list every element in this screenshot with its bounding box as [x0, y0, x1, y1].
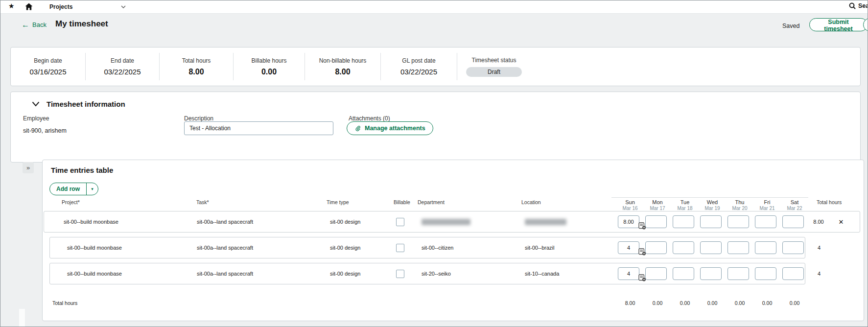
submit-timesheet-button[interactable]: Submit timesheet — [809, 18, 868, 31]
section-title-timesheet-information: Timesheet information — [47, 100, 125, 108]
day-hours-cells — [613, 215, 805, 228]
status-badge: Draft — [466, 67, 522, 77]
summary-field-value: 0.00 — [261, 68, 277, 76]
summary-field-label: Total hours — [182, 57, 211, 64]
hour-input-wed[interactable] — [700, 241, 722, 254]
department-cell: sit-00--citizen — [406, 245, 509, 251]
summary-field[interactable]: Billable hours0.00 — [234, 53, 305, 80]
billable-cell — [384, 270, 406, 278]
day-name: Fri — [764, 199, 771, 206]
column-header-department: Department — [405, 197, 508, 205]
paperclip-icon — [354, 125, 361, 132]
day-name: Mon — [652, 199, 662, 206]
manage-attachments-button[interactable]: Manage attachments — [347, 121, 433, 135]
summary-field[interactable]: Total hours8.00 — [160, 53, 234, 80]
day-total-value: 0.00 — [753, 300, 781, 306]
day-column-header: FriMar 21 — [753, 198, 781, 211]
day-column-headers: SunMar 16MonMar 17TueMar 18WedMar 19ThuM… — [611, 197, 808, 211]
column-header-time-type: Time type — [309, 197, 383, 205]
totals-row: Total hours 8.000.000.000.000.000.000.00 — [43, 300, 808, 306]
table-row: sit-00--build moonbasesit-00a--land spac… — [49, 263, 860, 284]
hour-input-thu[interactable] — [727, 241, 749, 254]
hour-input-sun[interactable] — [618, 267, 639, 280]
home-icon[interactable] — [25, 3, 33, 12]
table-row: sit-00--build moonbasesit-00a--land spac… — [44, 211, 860, 233]
task-cell: sit-00a--land spacecraft — [171, 219, 311, 225]
add-row-dropdown-caret[interactable]: ▾ — [86, 183, 98, 195]
day-name: Wed — [707, 199, 718, 206]
day-column-header: SunMar 16 — [616, 198, 644, 211]
add-note-icon[interactable] — [638, 274, 646, 281]
back-button[interactable]: ← Back — [22, 21, 47, 28]
delete-row-icon[interactable]: ✕ — [832, 218, 850, 226]
expand-panel-button[interactable]: » — [23, 162, 34, 173]
task-cell: sit-00a--land spacecraft — [171, 271, 311, 277]
day-column-header: WedMar 19 — [699, 198, 726, 211]
hour-input-tue[interactable] — [673, 241, 694, 254]
summary-field-label: Billable hours — [251, 57, 286, 64]
summary-field-value: 03/22/2025 — [104, 68, 141, 76]
hour-input-wed[interactable] — [700, 267, 722, 280]
add-row-button[interactable]: Add row ▾ — [49, 183, 98, 195]
employee-label: Employee — [23, 115, 49, 122]
hour-input-mon[interactable] — [645, 267, 667, 280]
summary-field[interactable]: End date03/22/2025 — [86, 53, 160, 80]
day-column-header: TueMar 18 — [671, 198, 699, 211]
summary-field[interactable]: Timesheet statusDraft — [457, 53, 531, 80]
table-header: Project* Task* Time type Billable Depart… — [43, 197, 843, 211]
day-name: Sun — [625, 199, 635, 206]
hour-input-sun[interactable] — [618, 215, 639, 228]
hour-input-sat[interactable] — [782, 215, 804, 228]
save-status-text: Saved — [782, 23, 799, 29]
hour-input-sun[interactable] — [618, 241, 639, 254]
billable-checkbox[interactable] — [396, 218, 404, 226]
favorites-star-icon[interactable]: ★ — [8, 2, 15, 10]
manage-attachments-label: Manage attachments — [365, 125, 425, 132]
projects-nav-dropdown[interactable]: Projects — [49, 0, 130, 13]
billable-checkbox[interactable] — [396, 244, 404, 252]
hour-input-fri[interactable] — [755, 267, 776, 280]
time-entry-row-box: sit-00--build moonbasesit-00a--land spac… — [49, 237, 805, 258]
hour-input-tue[interactable] — [673, 267, 694, 280]
day-total-value: 0.00 — [671, 300, 699, 306]
hour-input-mon[interactable] — [645, 241, 667, 254]
collapse-chevron-icon[interactable] — [32, 101, 40, 107]
hour-input-fri[interactable] — [755, 241, 776, 254]
page-title: My timesheet — [55, 19, 108, 29]
summary-field-label: End date — [111, 57, 134, 64]
summary-field[interactable]: Non-billable hours8.00 — [305, 53, 381, 80]
column-header-task: Task* — [170, 197, 309, 205]
column-header-location: Location — [508, 197, 611, 205]
app-window: ★ Projects Search ← Back My timesheet Sa… — [0, 0, 868, 327]
totals-label: Total hours — [43, 300, 611, 306]
hour-input-sat[interactable] — [782, 267, 804, 280]
hour-input-mon[interactable] — [645, 215, 667, 228]
hour-input-thu[interactable] — [727, 267, 749, 280]
add-note-icon[interactable] — [638, 248, 646, 256]
row-total-hours: 4 — [805, 245, 833, 251]
entry-rows: sit-00--build moonbasesit-00a--land spac… — [43, 211, 860, 289]
summary-field[interactable]: GL post date03/22/2025 — [381, 53, 457, 80]
project-cell: sit-00--build moonbase — [50, 271, 171, 277]
hour-input-sat[interactable] — [782, 241, 804, 254]
day-total-value: 0.00 — [644, 300, 671, 306]
hour-input-thu[interactable] — [727, 215, 749, 228]
day-name: Tue — [680, 199, 690, 206]
billable-cell — [384, 218, 406, 226]
location-cell: sit-00--brazil — [509, 245, 613, 251]
attachments-label: Attachments (0) — [349, 115, 390, 122]
project-cell: sit-00--build moonbase — [50, 245, 171, 251]
column-header-billable: Billable — [383, 197, 405, 205]
nav-dropdown-label: Projects — [49, 3, 72, 10]
day-total-value: 0.00 — [781, 300, 808, 306]
summary-field[interactable]: Begin date03/16/2025 — [11, 53, 86, 80]
day-name: Thu — [735, 199, 745, 206]
global-search[interactable]: Search — [849, 2, 868, 9]
hour-input-tue[interactable] — [673, 215, 694, 228]
summary-field-label: Begin date — [34, 57, 62, 64]
hour-input-wed[interactable] — [700, 215, 722, 228]
add-note-icon[interactable] — [638, 222, 646, 230]
billable-checkbox[interactable] — [396, 270, 404, 278]
hour-input-fri[interactable] — [755, 215, 776, 228]
description-input[interactable] — [184, 121, 333, 135]
